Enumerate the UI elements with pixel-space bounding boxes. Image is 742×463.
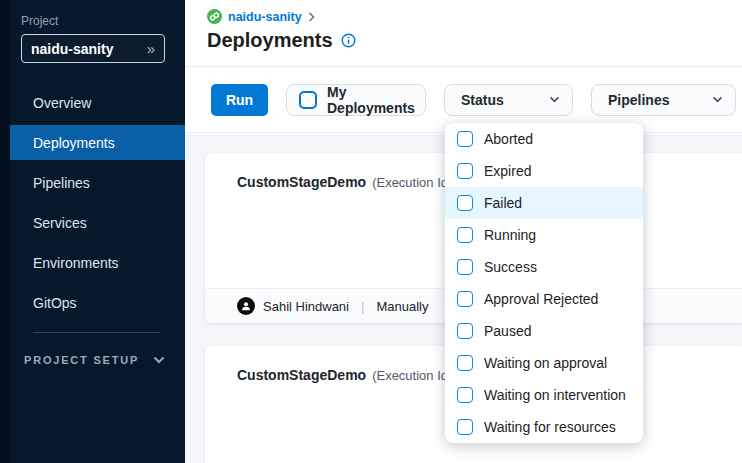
status-filter-label: Status: [461, 92, 504, 108]
user-avatar-icon: [237, 297, 255, 315]
run-button[interactable]: Run: [211, 84, 268, 116]
status-option-label: Success: [484, 259, 537, 275]
status-option-aborted[interactable]: Aborted: [445, 123, 643, 155]
breadcrumb-project-link[interactable]: naidu-sanity: [228, 10, 302, 24]
sidebar-item-overview[interactable]: Overview: [10, 85, 185, 120]
sidebar-item-label: GitOps: [33, 295, 77, 311]
status-option-label: Expired: [484, 163, 531, 179]
project-selector-value: naidu-sanity: [31, 41, 113, 57]
status-option-approval-rejected[interactable]: Approval Rejected: [445, 283, 643, 315]
checkbox-icon[interactable]: [457, 419, 473, 435]
project-selector[interactable]: naidu-sanity »: [21, 34, 165, 63]
trigger-type: Manually: [376, 299, 428, 314]
status-option-paused[interactable]: Paused: [445, 315, 643, 347]
sidebar-item-label: Overview: [33, 95, 91, 111]
pipeline-name[interactable]: CustomStageDemo: [237, 174, 366, 190]
sidebar-item-deployments[interactable]: Deployments: [10, 125, 185, 160]
checkbox-icon[interactable]: [457, 323, 473, 339]
status-option-waiting-on-intervention[interactable]: Waiting on intervention: [445, 379, 643, 411]
sidebar-item-environments[interactable]: Environments: [10, 245, 185, 280]
sidebar-item-label: Services: [33, 215, 87, 231]
chevron-down-icon: [712, 96, 723, 103]
checkbox-icon[interactable]: [457, 355, 473, 371]
my-deployments-checkbox[interactable]: [299, 91, 317, 109]
sidebar-item-services[interactable]: Services: [10, 205, 185, 240]
sidebar-item-label: Pipelines: [33, 175, 90, 191]
my-deployments-label: My Deployments: [327, 84, 415, 116]
triggered-by-user: Sahil Hindwani: [263, 299, 349, 314]
checkbox-icon[interactable]: [457, 291, 473, 307]
title-row: Deployments: [207, 29, 742, 52]
sidebar-item-label: Environments: [33, 255, 119, 271]
status-filter-menu: Aborted Expired Failed Running Success A…: [445, 123, 643, 443]
status-option-label: Waiting on intervention: [484, 387, 626, 403]
execution-id-text: (Execution Id: [372, 175, 448, 190]
project-setup-label: PROJECT SETUP: [24, 354, 139, 366]
checkbox-icon[interactable]: [457, 387, 473, 403]
project-label: Project: [21, 14, 185, 28]
breadcrumb: naidu-sanity: [207, 9, 742, 24]
status-option-label: Aborted: [484, 131, 533, 147]
footer-separator: |: [357, 299, 368, 314]
sidebar-item-label: Deployments: [33, 135, 115, 151]
chevron-right-icon: [308, 12, 315, 22]
pipelines-filter-label: Pipelines: [608, 92, 669, 108]
status-option-failed[interactable]: Failed: [445, 187, 643, 219]
sidebar-nav: Overview Deployments Pipelines Services …: [0, 85, 185, 320]
execution-id-text: (Execution Id: [372, 368, 448, 383]
status-option-success[interactable]: Success: [445, 251, 643, 283]
pipelines-filter-dropdown[interactable]: Pipelines: [591, 84, 736, 116]
status-option-label: Paused: [484, 323, 531, 339]
page-title: Deployments: [207, 29, 333, 52]
status-option-waiting-on-approval[interactable]: Waiting on approval: [445, 347, 643, 379]
chevron-down-icon: [153, 356, 165, 364]
checkbox-icon[interactable]: [457, 227, 473, 243]
project-green-icon: [207, 9, 222, 24]
sidebar-item-pipelines[interactable]: Pipelines: [10, 165, 185, 200]
sidebar-item-gitops[interactable]: GitOps: [10, 285, 185, 320]
project-setup-toggle[interactable]: PROJECT SETUP: [24, 354, 185, 366]
sidebar-divider: [33, 332, 160, 333]
status-option-waiting-for-resources[interactable]: Waiting for resources: [445, 411, 643, 443]
status-option-label: Failed: [484, 195, 522, 211]
sidebar: Project naidu-sanity » Overview Deployme…: [0, 0, 185, 463]
info-icon[interactable]: [341, 33, 356, 48]
status-option-running[interactable]: Running: [445, 219, 643, 251]
checkbox-icon[interactable]: [457, 195, 473, 211]
checkbox-icon[interactable]: [457, 131, 473, 147]
my-deployments-filter[interactable]: My Deployments: [286, 84, 426, 116]
pipeline-name[interactable]: CustomStageDemo: [237, 367, 366, 383]
status-filter-dropdown[interactable]: Status: [444, 84, 573, 116]
status-option-label: Waiting on approval: [484, 355, 607, 371]
status-option-label: Approval Rejected: [484, 291, 598, 307]
status-option-expired[interactable]: Expired: [445, 155, 643, 187]
page-header: naidu-sanity Deployments: [185, 0, 742, 67]
checkbox-icon[interactable]: [457, 163, 473, 179]
checkbox-icon[interactable]: [457, 259, 473, 275]
status-option-label: Waiting for resources: [484, 419, 616, 435]
status-option-label: Running: [484, 227, 536, 243]
chevron-double-right-icon[interactable]: »: [147, 40, 155, 57]
chevron-down-icon: [549, 96, 560, 103]
